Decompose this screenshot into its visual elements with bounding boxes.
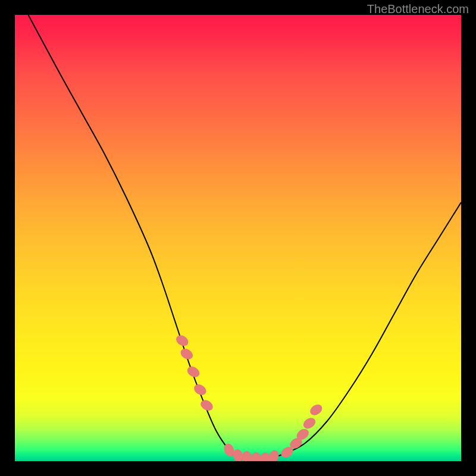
marker-point	[242, 450, 252, 461]
marker-point	[250, 452, 261, 461]
marker-point	[301, 415, 317, 431]
chart-svg	[15, 15, 461, 461]
marker-point	[185, 364, 201, 379]
plot-area	[15, 15, 461, 461]
marker-point	[267, 449, 281, 461]
watermark-text: TheBottleneck.com	[367, 2, 469, 16]
marker-point	[192, 382, 208, 397]
marker-point	[174, 333, 190, 348]
curve-line	[29, 15, 462, 459]
marker-point	[308, 402, 324, 418]
marker-point	[178, 346, 195, 361]
highlight-markers	[174, 333, 324, 461]
